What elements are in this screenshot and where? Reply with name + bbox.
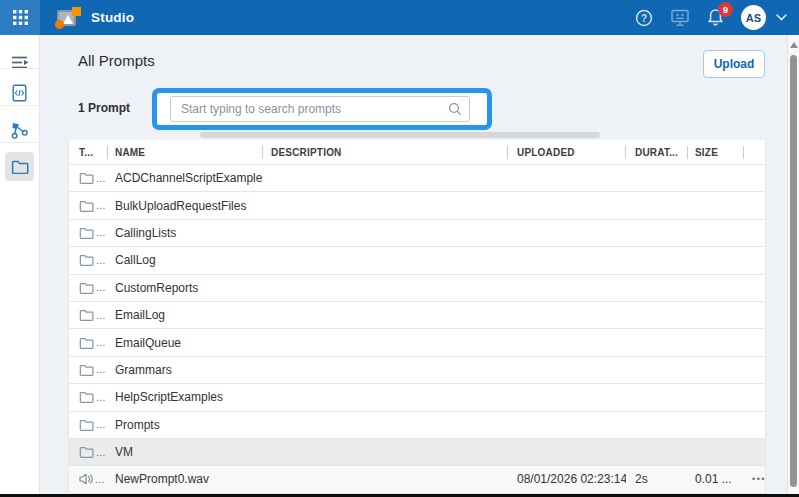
table-row[interactable]: ...BulkUploadRequestFiles <box>69 192 765 219</box>
horizontal-scrollbar-thumb[interactable] <box>200 132 600 138</box>
cell-uploaded <box>508 247 626 273</box>
sidebar-item-flows[interactable] <box>0 115 39 145</box>
page-title: All Prompts <box>78 52 155 69</box>
column-header[interactable]: UPLOADED <box>508 140 626 164</box>
cell-actions <box>744 165 765 191</box>
cell-size <box>688 384 744 410</box>
table-row[interactable]: ...CallingLists <box>69 220 765 247</box>
vertical-scrollbar[interactable] <box>787 35 799 494</box>
folder-icon <box>11 160 29 174</box>
cell-size <box>688 329 744 355</box>
table-row[interactable]: ...NewPrompt0.wav08/01/2026 02:23:142s0.… <box>69 466 765 493</box>
table-row[interactable]: ...CustomReports <box>69 275 765 302</box>
prompt-count: 1 Prompt <box>78 101 130 115</box>
app-launcher-button[interactable] <box>0 0 40 35</box>
table-row[interactable]: ...CallLog <box>69 247 765 274</box>
search-input[interactable] <box>170 96 470 122</box>
left-sidebar <box>0 35 40 494</box>
cell-uploaded: 08/01/2026 02:23:14 <box>508 466 626 492</box>
cell-size <box>688 247 744 273</box>
cell-name: Prompts <box>108 412 263 438</box>
prompts-table: T...NAMEDESCRIPTIONUPLOADEDDURAT...SIZE … <box>68 140 766 495</box>
table-row[interactable]: ...EmailLog <box>69 302 765 329</box>
folder-icon <box>79 419 94 431</box>
table-row[interactable]: ...Grammars <box>69 357 765 384</box>
cell-duration <box>626 192 688 218</box>
scroll-up-arrow-icon[interactable] <box>790 42 798 48</box>
cell-actions <box>744 302 765 328</box>
cell-description <box>263 466 508 492</box>
folder-icon <box>79 309 94 321</box>
cell-duration: 2s <box>626 466 688 492</box>
cell-size <box>688 412 744 438</box>
cell-description <box>263 384 508 410</box>
cell-actions <box>744 329 765 355</box>
cell-actions <box>744 412 765 438</box>
cell-description <box>263 439 508 465</box>
column-header[interactable]: NAME <box>108 140 263 164</box>
cell-name: CallingLists <box>108 220 263 246</box>
code-file-icon <box>12 84 27 102</box>
flow-branch-icon <box>10 121 29 140</box>
folder-icon <box>79 172 94 184</box>
cell-actions <box>744 275 765 301</box>
column-header[interactable] <box>744 140 765 164</box>
sidebar-item-scripts[interactable] <box>0 47 39 77</box>
cell-duration <box>626 384 688 410</box>
search-highlight-annotation <box>152 88 492 130</box>
notifications-button[interactable]: 9 <box>707 8 724 27</box>
cell-size: 0.01 ... <box>688 466 744 492</box>
table-row[interactable]: ...ACDChannelScriptExamples <box>69 165 765 192</box>
column-header[interactable]: DURAT... <box>626 140 688 164</box>
cell-name: ACDChannelScriptExamples <box>108 165 263 191</box>
cell-actions <box>744 247 765 273</box>
cell-duration <box>626 439 688 465</box>
cell-duration <box>626 220 688 246</box>
cell-uploaded <box>508 384 626 410</box>
avatar[interactable]: AS <box>741 5 766 30</box>
cell-duration <box>626 302 688 328</box>
cell-type: ... <box>69 357 108 383</box>
more-options-icon[interactable]: ••• <box>752 474 765 484</box>
table-row[interactable]: ...VM <box>69 439 765 466</box>
presentation-screen-icon <box>670 9 690 27</box>
table-row[interactable]: ...EmailQueue <box>69 329 765 356</box>
cell-actions <box>744 220 765 246</box>
cell-actions <box>744 192 765 218</box>
cell-size <box>688 439 744 465</box>
help-icon: ? <box>635 9 653 27</box>
upload-button[interactable]: Upload <box>703 50 765 78</box>
cell-uploaded <box>508 412 626 438</box>
folder-icon <box>79 254 94 266</box>
cell-actions <box>744 439 765 465</box>
cell-description <box>263 247 508 273</box>
column-header[interactable]: SIZE <box>688 140 744 164</box>
cell-uploaded <box>508 275 626 301</box>
cell-type: ... <box>69 329 108 355</box>
cell-uploaded <box>508 165 626 191</box>
cell-size <box>688 220 744 246</box>
cell-uploaded <box>508 439 626 465</box>
column-header[interactable]: T... <box>69 140 108 164</box>
folder-icon <box>79 200 94 212</box>
table-row[interactable]: ...Prompts <box>69 412 765 439</box>
vertical-scrollbar-thumb[interactable] <box>790 55 797 487</box>
grid-icon <box>13 10 28 25</box>
sidebar-item-script-templates[interactable] <box>0 78 39 108</box>
guide-button[interactable] <box>670 9 690 27</box>
cell-name: EmailQueue <box>108 329 263 355</box>
sidebar-item-files[interactable] <box>0 152 39 181</box>
cell-type: ... <box>69 302 108 328</box>
cell-duration <box>626 357 688 383</box>
help-button[interactable]: ? <box>635 9 653 27</box>
column-header[interactable]: DESCRIPTION <box>263 140 508 164</box>
search-icon[interactable] <box>448 102 462 116</box>
table-row[interactable]: ...HelpScriptExamples <box>69 384 765 411</box>
cell-size <box>688 275 744 301</box>
audio-file-icon <box>79 473 93 485</box>
cell-uploaded <box>508 220 626 246</box>
cell-type: ... <box>69 192 108 218</box>
user-menu-button[interactable] <box>776 14 787 21</box>
cell-description <box>263 357 508 383</box>
row-actions-menu[interactable]: ••• <box>744 466 765 492</box>
